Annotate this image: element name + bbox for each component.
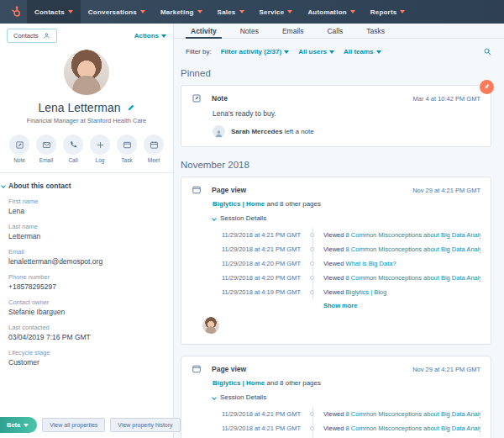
session-row: 11/29/2018 at 4:21 PM GMT Viewed 8 Commo… — [192, 228, 480, 242]
session-details-toggle[interactable]: Session Details — [213, 214, 480, 222]
nav-item-sales[interactable]: Sales — [210, 0, 252, 24]
back-to-contacts-button[interactable]: Contacts — [7, 29, 57, 43]
nav-item-conversations[interactable]: Conversations — [81, 0, 153, 24]
contact-avatar-small — [202, 317, 219, 334]
field-value[interactable]: Letterman — [8, 232, 166, 240]
nav-item-marketing[interactable]: Marketing — [153, 0, 210, 24]
session-page-link[interactable]: 8 Common Misconceptions about Big Data A… — [346, 425, 480, 432]
author-name[interactable]: Sarah Mercedes — [231, 128, 282, 135]
session-page-link[interactable]: Biglytics | Blog — [346, 288, 387, 296]
contact-avatar — [64, 50, 109, 95]
session-page-link[interactable]: 8 Common Misconceptions about Big Data A… — [346, 245, 480, 253]
email-button[interactable]: Email — [36, 135, 56, 163]
nav-item-contacts[interactable]: Contacts — [27, 0, 81, 24]
timeline-dot-icon — [310, 247, 314, 251]
session-time: 11/29/2018 at 4:21 PM GMT — [192, 425, 301, 432]
session-time: 11/29/2018 at 4:20 PM GMT — [192, 260, 301, 267]
tab-notes[interactable]: Notes — [228, 24, 270, 38]
filter-activity-dropdown[interactable]: Filter activity (2/37) — [221, 48, 289, 55]
field-value[interactable]: +18578295297 — [8, 282, 166, 291]
about-heading[interactable]: About this contact — [8, 182, 166, 190]
chevron-down-icon — [239, 10, 244, 13]
visited-pages-line: Biglytics | Home and 8 other pages — [213, 200, 480, 208]
field-value[interactable]: Customer — [8, 358, 166, 367]
view-property-history-button[interactable]: View property history — [110, 418, 180, 432]
session-time: 11/29/2018 at 4:19 PM GMT — [192, 288, 301, 296]
note-button[interactable]: Note — [9, 135, 29, 163]
collapse-chevron-icon[interactable] — [1, 183, 6, 188]
show-more-link[interactable]: Show more — [323, 302, 480, 309]
tab-emails[interactable]: Emails — [270, 24, 316, 38]
field-value[interactable]: Lena — [8, 207, 166, 215]
field-label: Last name — [8, 223, 166, 230]
tab-tasks[interactable]: Tasks — [354, 24, 396, 38]
chevron-down-icon — [400, 10, 405, 13]
edit-pencil-icon[interactable] — [127, 103, 135, 112]
field-last-name: Last name Letterman — [8, 223, 166, 240]
contact-sidebar: Contacts Actions Lena Letterman Financia… — [0, 24, 174, 438]
hubspot-sprocket-logo[interactable] — [5, 0, 27, 24]
field-value[interactable]: lenaletterman@demospot.org — [8, 257, 166, 266]
nav-item-label: Automation — [307, 8, 346, 16]
session-timeline: 11/29/2018 at 4:21 PM GMT Viewed 8 Commo… — [192, 407, 480, 438]
all-users-dropdown[interactable]: All users — [298, 48, 334, 55]
call-button[interactable]: Call — [63, 135, 83, 163]
phone-icon — [69, 140, 78, 150]
timeline-dot-icon — [310, 426, 314, 430]
chevron-down-icon — [197, 10, 202, 13]
task-button[interactable]: Task — [117, 135, 137, 163]
author-action: left a note — [282, 128, 313, 135]
nav-item-service[interactable]: Service — [252, 0, 301, 24]
chevron-down-icon — [350, 10, 355, 13]
note-icon — [15, 140, 24, 150]
pin-badge[interactable] — [480, 80, 494, 94]
session-action: Viewed — [323, 288, 346, 296]
chevron-down-icon — [212, 395, 217, 400]
page-link[interactable]: Biglytics | Home — [213, 379, 265, 387]
pinned-note-card: Note Mar 4 at 10:42 PM GMT Lena's ready … — [181, 85, 491, 147]
chevron-down-icon — [284, 50, 289, 54]
session-details-toggle[interactable]: Session Details — [213, 393, 480, 401]
log-label: Log — [96, 157, 105, 163]
field-label: Contact owner — [8, 298, 166, 306]
session-action: Viewed — [323, 231, 346, 239]
meet-button[interactable]: Meet — [144, 135, 164, 163]
view-all-properties-button[interactable]: View all properties — [42, 418, 105, 432]
log-button[interactable]: Log — [90, 135, 110, 163]
person-icon — [43, 32, 50, 40]
timeline-dot-icon — [310, 233, 314, 237]
session-action: Viewed — [323, 245, 346, 253]
search-button[interactable] — [483, 47, 492, 56]
quick-actions: Note Email Call Log Task Meet — [0, 135, 173, 163]
nav-item-label: Marketing — [160, 8, 194, 16]
tab-calls[interactable]: Calls — [315, 24, 354, 38]
call-label: Call — [68, 157, 77, 163]
nav-item-automation[interactable]: Automation — [300, 0, 362, 24]
field-value[interactable]: Stefanie Ibarguen — [8, 308, 166, 316]
activity-panel: Activity Notes Emails Calls Tasks Filter… — [174, 24, 504, 438]
chevron-down-icon — [68, 10, 73, 13]
field-label: First name — [8, 198, 166, 205]
timeline-dot-icon — [310, 412, 314, 416]
session-page-link[interactable]: 8 Common Misconceptions about Big Data A… — [346, 274, 480, 282]
page-view-card: Page view Nov 29 at 4:21 PM GMT Biglytic… — [181, 356, 491, 438]
all-teams-label: All teams — [344, 48, 374, 55]
session-row: 11/29/2018 at 4:20 PM GMT Viewed 8 Commo… — [192, 271, 480, 285]
page-link[interactable]: Biglytics | Home — [213, 200, 265, 208]
session-page-link[interactable]: What is Big Data? — [346, 260, 396, 267]
tab-activity[interactable]: Activity — [179, 24, 228, 38]
all-teams-dropdown[interactable]: All teams — [344, 48, 381, 55]
beta-dropdown-button[interactable]: Beta — [0, 417, 37, 433]
session-page-link[interactable]: 8 Common Misconceptions about Big Data A… — [346, 410, 480, 418]
session-page-link[interactable]: 8 Common Misconceptions about Big Data A… — [346, 231, 480, 239]
field-value[interactable]: 03/04/2019 7:16 PM GMT — [8, 333, 166, 341]
field-phone-number: Phone number +18578295297 — [8, 273, 166, 291]
activity-feed[interactable]: Pinned Note Mar 4 at 10:42 PM GMT Lena's… — [174, 64, 504, 438]
field-contact-owner: Contact owner Stefanie Ibarguen — [8, 298, 166, 316]
meet-label: Meet — [148, 157, 160, 163]
actions-dropdown[interactable]: Actions — [134, 32, 166, 40]
session-timeline: 11/29/2018 at 4:21 PM GMT Viewed 8 Commo… — [192, 228, 480, 299]
nav-item-reports[interactable]: Reports — [363, 0, 413, 24]
field-email: Email lenaletterman@demospot.org — [8, 248, 166, 266]
session-time: 11/29/2018 at 4:21 PM GMT — [192, 410, 301, 418]
